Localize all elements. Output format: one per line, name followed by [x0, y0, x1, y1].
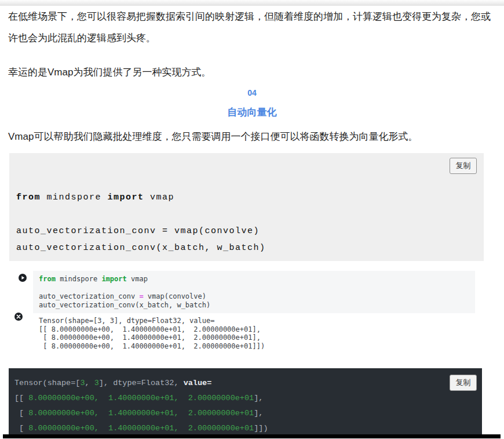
paragraph-low-dim-scenario: 在低维场景下，您可以很容易把握数据索引间的映射逻辑，但随着维度的增加，计算逻辑也…: [8, 6, 496, 49]
keyword-import: import: [101, 275, 126, 283]
tensor-row-1: 8.00000000e+00, 1.40000000e+01, 2.000000…: [28, 394, 254, 402]
bottom-bar: [3, 434, 501, 438]
code-block-vmap: 复制 from mindspore import vmap auto_vecto…: [9, 153, 484, 261]
notebook-section: from mindspore import vmap auto_vectoriz…: [33, 271, 475, 350]
run-cell-icon[interactable]: [19, 274, 27, 282]
dark-code-content: Tensor(shape=[3, 3], dtype=Float32, valu…: [9, 368, 482, 435]
keyword-from: from: [39, 275, 56, 283]
copy-button[interactable]: 复制: [450, 375, 477, 391]
section-title-auto-vectorization: 自动向量化: [8, 106, 496, 119]
copy-button[interactable]: 复制: [450, 158, 477, 174]
top-chrome-edge: [0, 0, 504, 6]
paragraph-vmap-intro: 幸运的是Vmap为我们提供了另一种实现方式。: [8, 61, 496, 83]
keyword-from: from: [16, 193, 41, 202]
tensor-row-2: 8.00000000e+00, 1.40000000e+01, 2.000000…: [28, 409, 254, 418]
code-line-assign: auto_vectorization_conv = vmap(convolve): [16, 226, 260, 236]
keyword-import: import: [108, 193, 144, 202]
section-number: 04: [8, 88, 496, 98]
tensor-row-3: 8.00000000e+00, 1.40000000e+01, 2.000000…: [28, 424, 254, 433]
code-line-call: auto_vectorization_conv(x_batch, w_batch…: [16, 243, 266, 253]
assign-operator: =: [139, 292, 143, 300]
notebook-output-tensor: Tensor(shape=[3, 3], dtype=Float32, valu…: [33, 317, 475, 350]
paragraph-vmap-usage: Vmap可以帮助我们隐藏批处理维度，您只需要调用一个接口便可以将函数转换为向量化…: [8, 128, 496, 146]
error-output-icon: [14, 313, 23, 321]
dark-code-block-tensor: 复制 Tensor(shape=[3, 3], dtype=Float32, v…: [9, 368, 482, 435]
code-content: from mindspore import vmap auto_vectoriz…: [9, 153, 484, 256]
article-content: 在低维场景下，您可以很容易把握数据索引间的映射逻辑，但随着维度的增加，计算逻辑也…: [8, 6, 496, 435]
notebook-code-cell[interactable]: from mindspore import vmap auto_vectoriz…: [33, 271, 475, 313]
value-keyword: value=: [184, 379, 212, 387]
